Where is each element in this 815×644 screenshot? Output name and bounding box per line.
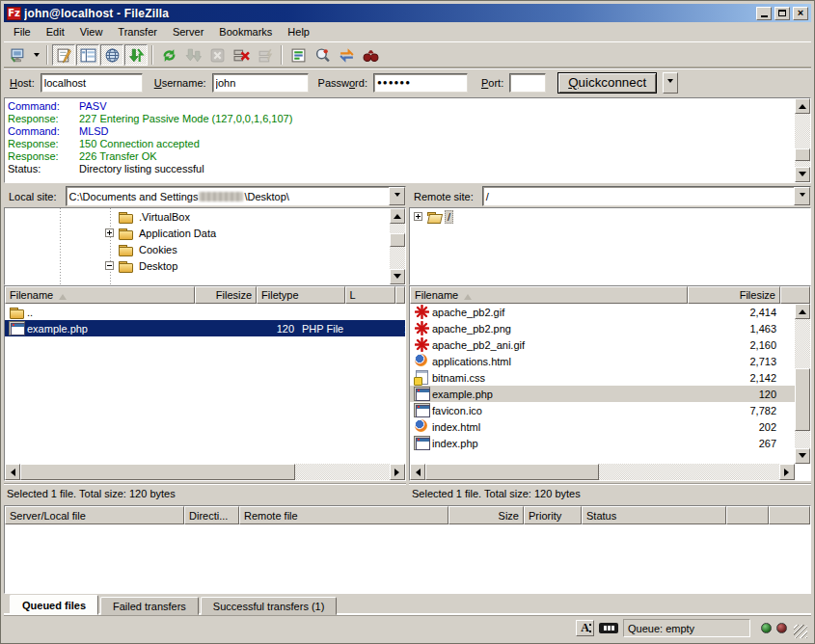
local-site-combobox[interactable]: C:\Documents and Settings\Desktop\ bbox=[66, 186, 406, 206]
process-queue-icon[interactable] bbox=[181, 44, 204, 66]
close-button[interactable]: × bbox=[793, 7, 808, 20]
scroll-right-icon[interactable] bbox=[390, 464, 405, 480]
speed-limit-icon[interactable] bbox=[599, 623, 618, 633]
site-manager-dropdown[interactable] bbox=[30, 44, 42, 66]
collapse-icon[interactable] bbox=[105, 261, 114, 270]
remote-list-scrollbar[interactable] bbox=[795, 304, 810, 464]
file-row-index.php[interactable]: index.php267 bbox=[410, 435, 795, 451]
host-input[interactable] bbox=[41, 73, 143, 93]
password-input[interactable] bbox=[373, 73, 468, 93]
menu-item-transfer[interactable]: Transfer bbox=[110, 24, 165, 40]
scrollbar-thumb[interactable] bbox=[390, 233, 405, 247]
scroll-up-icon[interactable] bbox=[795, 98, 810, 114]
menu-item-help[interactable]: Help bbox=[280, 24, 317, 40]
log-scrollbar[interactable] bbox=[795, 98, 810, 182]
minimize-button[interactable] bbox=[756, 7, 772, 20]
column-header-filename[interactable]: Filename bbox=[410, 286, 688, 304]
file-row-applications.html[interactable]: applications.html2,713 bbox=[410, 353, 795, 369]
column-header-server-local-file[interactable]: Server/Local file bbox=[5, 506, 184, 524]
quickconnect-dropdown[interactable] bbox=[663, 72, 678, 94]
scroll-down-icon[interactable] bbox=[795, 167, 810, 182]
tree-item[interactable]: .VirtualBox bbox=[5, 208, 405, 225]
scrollbar-thumb[interactable] bbox=[425, 464, 599, 480]
maximize-button[interactable] bbox=[774, 7, 790, 20]
tab-failed-transfers[interactable]: Failed transfers bbox=[100, 597, 199, 615]
reconnect-icon[interactable] bbox=[254, 44, 277, 66]
file-row-apache-pb2.gif[interactable]: apache_pb2.gif2,414 bbox=[410, 304, 795, 320]
remote-hscrollbar[interactable] bbox=[410, 464, 795, 480]
title-bar[interactable]: Fz john@localhost - FileZilla × bbox=[4, 4, 811, 22]
tab-successful-transfers-1-[interactable]: Successful transfers (1) bbox=[201, 597, 338, 615]
disconnect-icon[interactable] bbox=[230, 44, 253, 66]
file-row-favicon.ico[interactable]: favicon.ico7,782 bbox=[410, 402, 795, 418]
remote-site-combobox[interactable]: / bbox=[482, 186, 811, 206]
scrollbar-thumb[interactable] bbox=[795, 148, 810, 161]
toggle-local-tree-icon[interactable] bbox=[76, 44, 99, 66]
tree-item-label[interactable]: / bbox=[445, 210, 453, 224]
refresh-icon[interactable] bbox=[157, 44, 180, 66]
scroll-down-icon[interactable] bbox=[795, 448, 810, 464]
tree-item-label[interactable]: Cookies bbox=[136, 243, 180, 256]
scrollbar-thumb[interactable] bbox=[20, 464, 295, 480]
column-header-filesize[interactable]: Filesize bbox=[195, 286, 257, 304]
quickconnect-button[interactable]: Quickconnect bbox=[557, 72, 657, 94]
file-row-apache-pb2.png[interactable]: apache_pb2.png1,463 bbox=[410, 320, 795, 336]
menu-item-view[interactable]: View bbox=[72, 24, 111, 40]
menu-item-file[interactable]: File bbox=[6, 24, 39, 40]
column-header-status[interactable]: Status bbox=[582, 506, 726, 524]
column-header-filename[interactable]: Filename bbox=[5, 286, 195, 304]
sync-browse-icon[interactable] bbox=[335, 44, 358, 66]
column-header-size[interactable]: Size bbox=[448, 506, 524, 524]
file-row-apache-pb2-ani.gif[interactable]: apache_pb2_ani.gif2,160 bbox=[410, 336, 795, 353]
expand-icon[interactable] bbox=[414, 212, 422, 221]
column-header-filesize[interactable]: Filesize bbox=[688, 286, 780, 304]
tab-queued-files[interactable]: Queued files bbox=[10, 595, 98, 615]
filter-icon[interactable] bbox=[286, 44, 310, 66]
column-header-filetype[interactable]: Filetype bbox=[257, 286, 344, 304]
menu-item-server[interactable]: Server bbox=[165, 24, 211, 40]
file-row-bitnami.css[interactable]: bitnami.css2,142 bbox=[410, 369, 795, 386]
menu-item-edit[interactable]: Edit bbox=[39, 24, 72, 40]
toggle-remote-tree-icon[interactable] bbox=[100, 44, 123, 66]
scroll-right-icon[interactable] bbox=[779, 464, 795, 480]
username-input[interactable] bbox=[212, 73, 309, 93]
tree-item[interactable]: / bbox=[410, 208, 810, 225]
local-hscrollbar[interactable] bbox=[5, 464, 405, 480]
combo-dropdown-icon[interactable] bbox=[389, 187, 405, 205]
tree-item-label[interactable]: .VirtualBox bbox=[136, 210, 193, 224]
scroll-up-icon[interactable] bbox=[795, 304, 810, 319]
compare-icon[interactable] bbox=[311, 44, 334, 66]
tree-item[interactable]: Application Data bbox=[5, 225, 405, 241]
column-header-priority[interactable]: Priority bbox=[524, 506, 582, 524]
local-tree-scrollbar[interactable] bbox=[390, 208, 405, 284]
scroll-left-icon[interactable] bbox=[5, 464, 20, 480]
file-row-example.php[interactable]: example.php120 bbox=[410, 386, 795, 402]
tree-item[interactable]: Cookies bbox=[5, 241, 405, 257]
queue-body[interactable] bbox=[5, 524, 810, 593]
column-header-remote-file[interactable]: Remote file bbox=[239, 506, 448, 524]
toggle-log-icon[interactable] bbox=[52, 44, 75, 66]
menu-item-bookmarks[interactable]: Bookmarks bbox=[211, 24, 280, 40]
file-row-..[interactable]: .. bbox=[5, 304, 405, 320]
column-header-directi-[interactable]: Directi... bbox=[184, 506, 239, 524]
column-header-spacer[interactable] bbox=[726, 506, 769, 524]
find-icon[interactable] bbox=[359, 44, 382, 66]
scrollbar-thumb[interactable] bbox=[795, 368, 810, 431]
cancel-icon[interactable] bbox=[205, 44, 229, 66]
data-type-indicator-icon[interactable]: A bbox=[576, 620, 594, 636]
column-header-l[interactable]: L bbox=[345, 286, 395, 304]
port-input[interactable] bbox=[509, 73, 546, 93]
file-row-example.php[interactable]: example.php120PHP File1 bbox=[5, 320, 405, 336]
site-manager-icon[interactable] bbox=[6, 44, 29, 66]
file-row-index.html[interactable]: index.html202 bbox=[410, 418, 795, 435]
tree-item-label[interactable]: Desktop bbox=[136, 259, 180, 273]
scroll-up-icon[interactable] bbox=[390, 208, 405, 224]
toggle-queue-icon[interactable] bbox=[124, 44, 148, 66]
combo-dropdown-icon[interactable] bbox=[794, 187, 810, 205]
scroll-down-icon[interactable] bbox=[390, 269, 405, 284]
tree-item[interactable]: Desktop bbox=[5, 257, 405, 274]
expand-icon[interactable] bbox=[105, 228, 114, 237]
scroll-left-icon[interactable] bbox=[410, 464, 425, 480]
tree-item-label[interactable]: Application Data bbox=[136, 227, 219, 240]
resize-grip[interactable] bbox=[794, 625, 807, 638]
